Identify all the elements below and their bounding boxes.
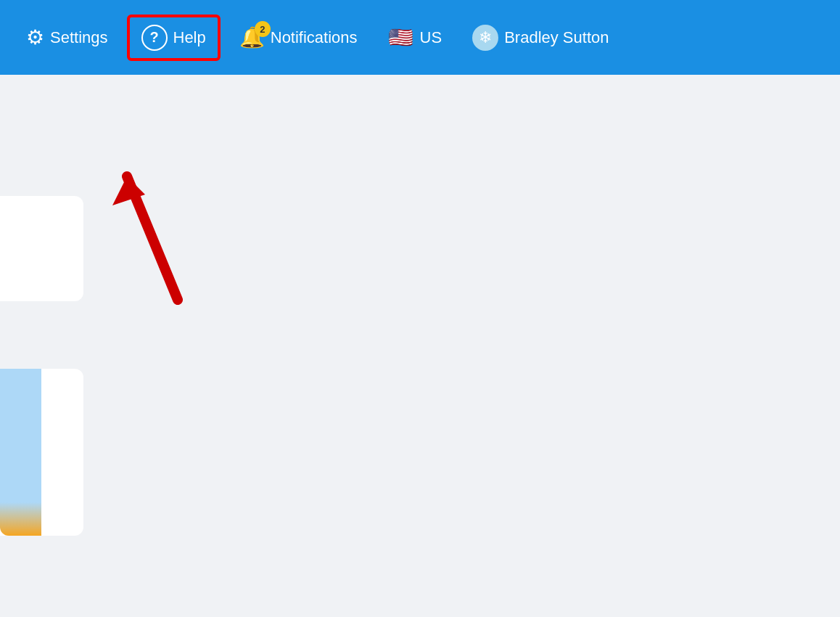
flag-icon: 🇺🇸 [388,25,414,51]
help-nav-item[interactable]: ? Help [127,15,221,61]
settings-label: Settings [50,28,108,47]
language-nav-item[interactable]: 🇺🇸 US [376,17,454,58]
user-nav-item[interactable]: ❄ Bradley Sutton [461,17,620,58]
settings-nav-item[interactable]: ⚙ Settings [15,18,120,57]
svg-marker-1 [112,176,145,205]
user-avatar-icon: ❄ [472,25,498,51]
notifications-nav-item[interactable]: 🔔 2 Notifications [228,18,369,57]
sidebar-card-bottom [0,369,83,536]
card-image [0,369,41,536]
gear-icon: ⚙ [26,25,44,49]
svg-line-0 [127,176,178,300]
user-label: Bradley Sutton [504,28,609,47]
help-label: Help [173,28,206,47]
help-icon: ? [141,25,168,51]
main-content [0,75,840,617]
notifications-label: Notifications [271,28,358,47]
navbar: ⚙ Settings ? Help 🔔 2 Notifications 🇺🇸 U… [0,0,840,75]
arrow-annotation [105,155,199,310]
sidebar-card-top [0,196,83,301]
notification-badge: 2 [255,21,271,37]
language-label: US [420,28,442,47]
bell-wrapper: 🔔 2 [239,25,265,49]
